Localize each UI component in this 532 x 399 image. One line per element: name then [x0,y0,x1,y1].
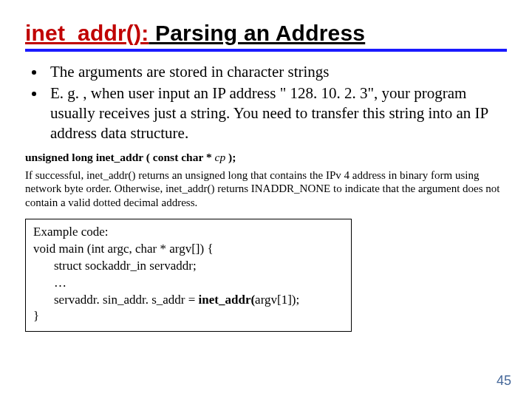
code-line: } [33,308,344,325]
slide: inet_addr(): Parsing an Address The argu… [0,0,532,399]
page-number: 45 [497,373,511,389]
code-frag: argv[1]); [255,293,299,307]
proto-param: cp [212,151,228,163]
code-line: servaddr. sin_addr. s_addr = inet_addr(a… [33,292,344,309]
title-underline: inet_addr(): Parsing an Address [25,21,507,52]
slide-title: inet_addr(): Parsing an Address [25,21,507,46]
code-frag: servaddr. sin_addr. s_addr = [54,293,199,307]
description-text: If successful, inet_addr() returns an un… [25,168,507,210]
code-line: … [33,275,344,292]
code-line: struct sockaddr_in servaddr; [33,258,344,275]
bullet-item: The arguments are stored in character st… [46,62,507,82]
code-line: Example code: [33,224,344,241]
proto-prefix: unsigned long inet_addr ( const char * [25,151,212,163]
title-func: inet_addr(): [25,21,149,45]
bullet-item: E. g. , when user input an IP address " … [46,83,507,143]
code-call: inet_addr( [199,293,256,307]
function-prototype: unsigned long inet_addr ( const char * c… [25,151,507,164]
code-line: void main (int argc, char * argv[]) { [33,241,344,258]
proto-suffix: ); [228,151,236,163]
title-rest: Parsing an Address [149,21,365,45]
bullet-list: The arguments are stored in character st… [25,62,507,143]
example-code-box: Example code: void main (int argc, char … [25,219,352,332]
